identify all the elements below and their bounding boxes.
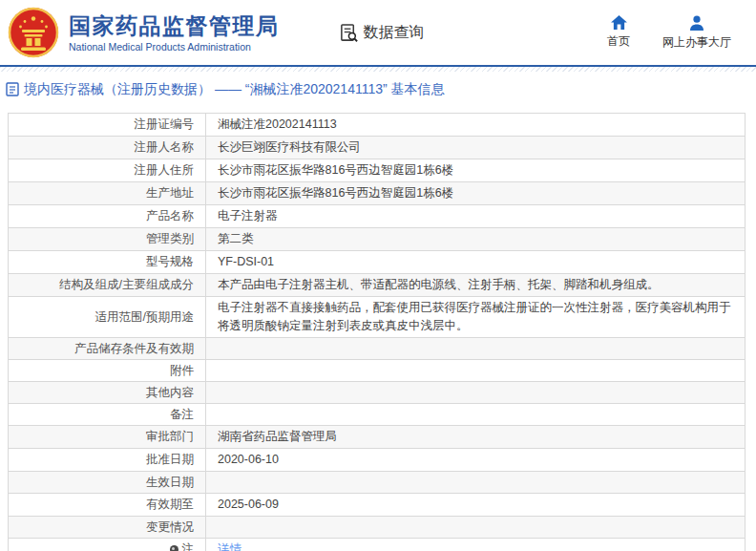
field-value [206, 382, 745, 403]
table-row: 有效期至2025-06-09 [8, 494, 746, 517]
table-row: 批准日期2020-06-10 [8, 449, 746, 472]
table-row: 注册人名称长沙巨翊医疗科技有限公司 [8, 137, 746, 159]
nav-item-service-hall[interactable]: 网上办事大厅 [662, 15, 731, 51]
user-icon [689, 15, 704, 31]
table-row: 附件 [8, 360, 746, 382]
national-emblem-icon [8, 7, 59, 58]
field-value [206, 404, 745, 425]
table-row: 适用范围/预期用途电子注射器不直接接触药品，配套使用已获得医疗器械注册证的一次性… [8, 297, 746, 338]
document-icon [6, 82, 19, 96]
field-label: 产品名称 [9, 205, 206, 227]
field-value: 湖南省药品监督管理局 [206, 426, 745, 448]
field-value: 第二类 [206, 228, 745, 250]
table-row: 产品储存条件及有效期 [8, 338, 746, 360]
info-table: 注册证编号湘械注准20202141113注册人名称长沙巨翊医疗科技有限公司注册人… [8, 113, 746, 551]
table-row: 备注 [8, 404, 746, 426]
note-icon [170, 545, 178, 551]
header-nav: 首页 网上办事大厅 [607, 15, 741, 51]
field-label: 注 [9, 539, 206, 551]
nav-item-home[interactable]: 首页 [607, 15, 630, 51]
field-value: 电子注射器不直接接触药品，配套使用已获得医疗器械注册证的一次性注射器，医疗美容机… [206, 297, 745, 337]
table-row: 其他内容 [8, 382, 746, 404]
nav-home-label: 首页 [607, 33, 630, 50]
field-value: 长沙巨翊医疗科技有限公司 [206, 137, 745, 159]
field-label: 注册证编号 [9, 114, 206, 136]
field-label: 附件 [9, 360, 206, 381]
field-label: 注册人住所 [9, 159, 206, 181]
field-label: 注册人名称 [9, 137, 206, 159]
field-label: 备注 [9, 404, 206, 425]
agency-title: 国家药品监督管理局 [69, 13, 280, 38]
field-value [206, 360, 745, 381]
field-label: 适用范围/预期用途 [9, 297, 206, 337]
table-row: 型号规格YF-DSI-01 [8, 251, 746, 274]
field-value [206, 517, 745, 538]
field-value: 2025-06-09 [206, 494, 745, 516]
details-link[interactable]: 详情 [218, 540, 242, 551]
field-label: 其他内容 [9, 382, 206, 403]
field-label: 变更情况 [9, 517, 206, 538]
table-row: 管理类别第二类 [8, 228, 746, 251]
field-label: 生效日期 [9, 472, 206, 493]
field-label: 结构及组成/主要组成成分 [9, 274, 206, 296]
header: 国家药品监督管理局 National Medical Products Admi… [0, 0, 756, 67]
field-value [206, 472, 745, 493]
nav-service-hall-label: 网上办事大厅 [662, 34, 731, 51]
home-icon [611, 15, 627, 30]
field-value: 详情 [206, 539, 745, 551]
table-row: 注详情 [8, 539, 746, 551]
page-title: 境内医疗器械（注册历史数据） —— “湘械注准20202141113” 基本信息 [0, 72, 756, 107]
table-row: 产品名称电子注射器 [8, 205, 746, 228]
table-row: 注册人住所长沙市雨花区振华路816号西边智庭园1栋6楼 [8, 159, 746, 182]
data-query-section[interactable]: 数据查询 [339, 23, 425, 43]
field-label: 批准日期 [9, 449, 206, 471]
table-row: 变更情况 [8, 517, 746, 539]
field-value: 2020-06-10 [206, 449, 745, 471]
data-query-label: 数据查询 [364, 23, 425, 43]
field-value [206, 338, 745, 359]
field-label: 有效期至 [9, 494, 206, 516]
table-row: 结构及组成/主要组成成分本产品由电子注射器主机、带适配器的电源线、注射手柄、托架… [8, 274, 746, 297]
table-row: 注册证编号湘械注准20202141113 [8, 114, 746, 137]
field-value: 长沙市雨花区振华路816号西边智庭园1栋6楼 [206, 159, 745, 181]
logo: 国家药品监督管理局 National Medical Products Admi… [69, 13, 280, 53]
field-value: 湘械注准20202141113 [206, 114, 745, 136]
field-label: 生产地址 [9, 182, 206, 204]
table-row: 审批部门湖南省药品监督管理局 [8, 426, 746, 449]
field-label: 产品储存条件及有效期 [9, 338, 206, 359]
field-value: 本产品由电子注射器主机、带适配器的电源线、注射手柄、托架、脚踏和机身组成。 [206, 274, 745, 296]
field-label: 审批部门 [9, 426, 206, 448]
field-label: 管理类别 [9, 228, 206, 250]
field-value: 长沙市雨花区振华路816号西边智庭园1栋6楼 [206, 182, 745, 204]
table-row: 生产地址长沙市雨花区振华路816号西边智庭园1栋6楼 [8, 182, 746, 205]
document-search-icon [339, 23, 359, 43]
agency-subtitle: National Medical Products Administration [69, 41, 280, 53]
table-row: 生效日期 [8, 472, 746, 494]
field-value: YF-DSI-01 [206, 251, 745, 273]
field-value: 电子注射器 [206, 205, 745, 227]
page-title-text: 境内医疗器械（注册历史数据） —— “湘械注准20202141113” 基本信息 [24, 81, 445, 98]
field-label: 型号规格 [9, 251, 206, 273]
